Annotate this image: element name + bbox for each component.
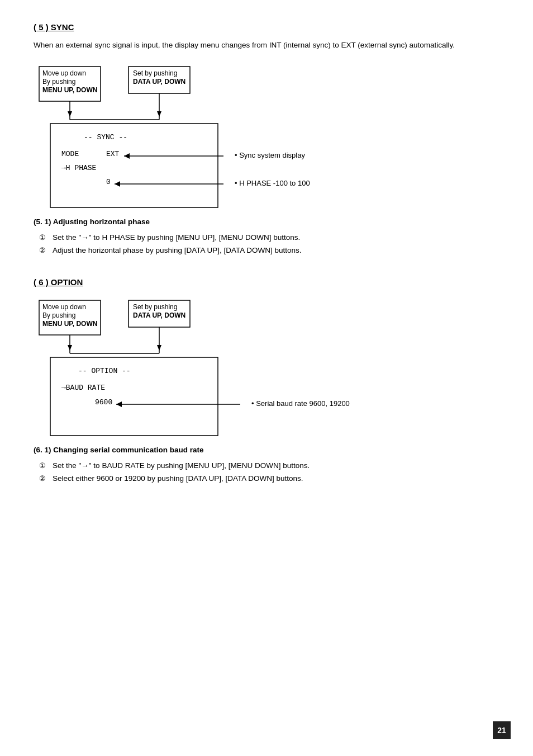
section-6-title: ( 6 ) OPTION bbox=[34, 277, 499, 287]
section-5-diagram: Move up down By pushing MENU UP, DOWN Se… bbox=[34, 61, 499, 212]
svg-text:-- OPTION --: -- OPTION -- bbox=[78, 367, 131, 375]
svg-text:EXT: EXT bbox=[106, 150, 120, 158]
page-number: 21 bbox=[493, 721, 511, 739]
svg-text:MODE: MODE bbox=[61, 150, 79, 158]
svg-text:Set by pushing: Set by pushing bbox=[133, 303, 177, 311]
instruction-6-1-1: ① Set the "→" to BAUD RATE by pushing [M… bbox=[39, 460, 499, 472]
svg-text:Move up down: Move up down bbox=[42, 69, 86, 77]
svg-text:9600: 9600 bbox=[95, 398, 112, 407]
instruction-6-1-2: ② Select either 9600 or 19200 by pushing… bbox=[39, 472, 499, 485]
svg-text:-- SYNC --: -- SYNC -- bbox=[84, 133, 127, 141]
svg-text:• Sync system display: • Sync system display bbox=[235, 151, 305, 159]
svg-text:• Serial baud rate   9600, 192: • Serial baud rate 9600, 19200 bbox=[251, 399, 350, 408]
svg-marker-11 bbox=[157, 111, 161, 117]
svg-marker-37 bbox=[157, 345, 161, 351]
section-6-1-instructions: ① Set the "→" to BAUD RATE by pushing [M… bbox=[39, 460, 499, 485]
section-5-1-instructions: ① Set the "→" to H PHASE by pushing [MEN… bbox=[39, 231, 499, 257]
svg-text:DATA UP, DOWN: DATA UP, DOWN bbox=[133, 78, 185, 86]
section-5-intro: When an external sync signal is input, t… bbox=[34, 40, 499, 51]
section-5-diagram-svg: Move up down By pushing MENU UP, DOWN Se… bbox=[34, 61, 380, 212]
svg-text:Set by pushing: Set by pushing bbox=[133, 69, 177, 77]
section-5-1-title: (5. 1) Adjusting horizontal phase bbox=[34, 218, 499, 226]
svg-text:MENU UP, DOWN: MENU UP, DOWN bbox=[42, 320, 97, 328]
svg-marker-34 bbox=[68, 345, 72, 351]
svg-marker-8 bbox=[68, 111, 72, 117]
instruction-5-1-2: ② Adjust the horizontal phase by pushing… bbox=[39, 244, 499, 257]
svg-text:DATA UP, DOWN: DATA UP, DOWN bbox=[133, 311, 185, 319]
svg-text:Move up down: Move up down bbox=[42, 303, 86, 311]
svg-text:By pushing: By pushing bbox=[42, 311, 75, 319]
svg-text:→BAUD RATE: →BAUD RATE bbox=[61, 384, 105, 392]
svg-text:0: 0 bbox=[106, 178, 111, 186]
svg-rect-40 bbox=[50, 357, 218, 436]
instruction-5-1-1: ① Set the "→" to H PHASE by pushing [MEN… bbox=[39, 231, 499, 244]
svg-text:→H PHASE: →H PHASE bbox=[61, 164, 97, 172]
section-6-1-title: (6. 1) Changing serial communication bau… bbox=[34, 446, 499, 454]
section-6-diagram: Move up down By pushing MENU UP, DOWN Se… bbox=[34, 295, 499, 440]
svg-text:By pushing: By pushing bbox=[42, 78, 75, 86]
section-6: ( 6 ) OPTION Move up down By pushing MEN… bbox=[34, 277, 499, 485]
section-6-diagram-svg: Move up down By pushing MENU UP, DOWN Se… bbox=[34, 295, 425, 440]
svg-text:• H PHASE   -100 to 100: • H PHASE -100 to 100 bbox=[235, 179, 310, 187]
section-5: ( 5 ) SYNC When an external sync signal … bbox=[34, 22, 499, 257]
section-5-title: ( 5 ) SYNC bbox=[34, 22, 499, 32]
svg-text:MENU UP, DOWN: MENU UP, DOWN bbox=[42, 86, 97, 94]
